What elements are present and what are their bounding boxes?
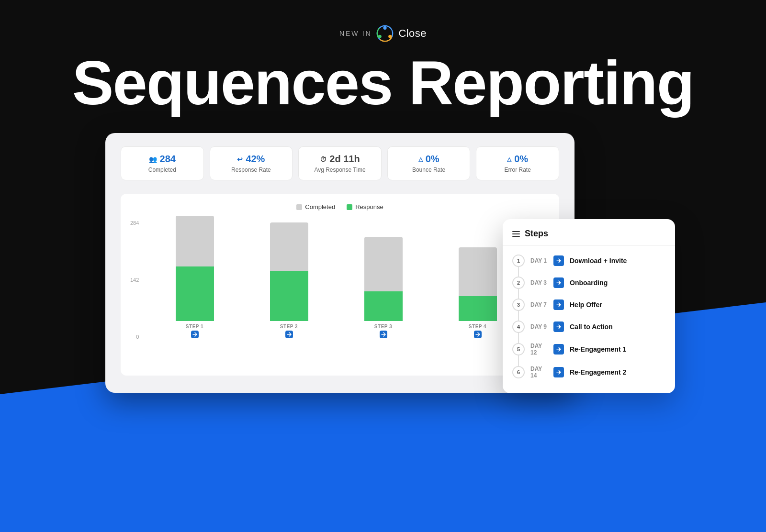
- y-label-142: 142: [130, 277, 139, 283]
- steps-list: 1 DAY 1 Download + Invite 2 DAY 3 Onboar…: [503, 250, 675, 384]
- step-item-2[interactable]: 2 DAY 3 Onboarding: [503, 272, 675, 294]
- bar-gray-1: [176, 216, 214, 266]
- svg-point-4: [389, 35, 392, 38]
- people-icon: 👥: [149, 155, 157, 163]
- legend-response-dot: [347, 204, 352, 210]
- stat-response-value: ↩ 42%: [237, 154, 265, 165]
- bar-step2: STEP 2: [248, 222, 330, 340]
- stat-response-rate: ↩ 42% Response Rate: [210, 146, 293, 180]
- step-name-4: Call to Action: [570, 323, 613, 331]
- top-badge: NEW IN Close: [339, 25, 427, 42]
- step-number-5: 5: [512, 343, 525, 355]
- bar-green-2: [270, 271, 308, 321]
- chart-area: Completed Response 284 142 0: [121, 194, 559, 376]
- stat-error-value: △ 0%: [507, 154, 528, 165]
- svg-point-3: [383, 26, 387, 30]
- step-day-4: DAY 9: [530, 323, 548, 330]
- bar-label-3: STEP 3: [374, 324, 392, 329]
- y-axis: 284 142 0: [130, 220, 143, 340]
- bar-gray-4: [459, 247, 497, 296]
- bar-green-4: [459, 296, 497, 321]
- stat-completed-label: Completed: [148, 166, 176, 173]
- stat-avg-value: ⏱ 2d 11h: [320, 154, 360, 165]
- step-item-5[interactable]: 5 DAY 12 Re-Engagement 1: [503, 338, 675, 361]
- step-number-4: 4: [512, 321, 525, 333]
- step-day-3: DAY 7: [530, 301, 548, 308]
- step-item-4[interactable]: 4 DAY 9 Call to Action: [503, 316, 675, 338]
- bar-step3: STEP 3: [342, 237, 425, 340]
- y-label-0: 0: [136, 334, 139, 340]
- step-day-6: DAY 14: [530, 366, 548, 379]
- steps-title: Steps: [525, 229, 548, 239]
- steps-panel: Steps 1 DAY 1 Download + Invite 2 DAY 3: [503, 219, 675, 393]
- clock-icon: ⏱: [320, 155, 327, 163]
- chart-legend: Completed Response: [130, 203, 550, 211]
- step-name-2: Onboarding: [570, 279, 608, 287]
- step-icon-2: [553, 277, 564, 288]
- stat-bounce-value: △ 0%: [418, 154, 439, 165]
- step-item-3[interactable]: 3 DAY 7 Help Offer: [503, 294, 675, 316]
- stat-avg-label: Avg Response Time: [314, 166, 365, 173]
- chart-inner: 284 142 0 STEP 1: [130, 220, 550, 354]
- legend-completed-dot: [296, 204, 302, 210]
- bar-gray-3: [364, 237, 403, 291]
- step-icon-3: [553, 299, 564, 310]
- dashboard-container: 👥 284 Completed ↩ 42% Response Rate ⏱: [105, 133, 661, 393]
- steps-header: Steps: [503, 229, 675, 246]
- legend-completed: Completed: [296, 203, 335, 211]
- step-day-5: DAY 12: [530, 343, 548, 356]
- step-icon-4: [553, 321, 564, 332]
- bar-stack-1: [176, 216, 214, 321]
- bar-gray-2: [270, 222, 308, 271]
- stat-response-label: Response Rate: [231, 166, 271, 173]
- bar-green-1: [176, 266, 214, 321]
- step-number-3: 3: [512, 299, 525, 311]
- legend-completed-label: Completed: [305, 203, 335, 211]
- step-name-5: Re-Engagement 1: [570, 345, 626, 353]
- stat-bounce: △ 0% Bounce Rate: [387, 146, 471, 180]
- bar-stack-4: [459, 247, 497, 321]
- bar-label-1: STEP 1: [186, 324, 203, 329]
- step-item-1[interactable]: 1 DAY 1 Download + Invite: [503, 250, 675, 272]
- chart-bars: STEP 1: [153, 220, 550, 354]
- stat-error-label: Error Rate: [504, 166, 530, 173]
- stat-completed: 👥 284 Completed: [121, 146, 204, 180]
- legend-response-label: Response: [355, 203, 383, 211]
- svg-point-5: [378, 35, 382, 38]
- stats-row: 👥 284 Completed ↩ 42% Response Rate ⏱: [121, 146, 559, 180]
- stat-completed-value: 👥 284: [149, 154, 176, 165]
- bar-icon-4: [474, 331, 482, 340]
- y-label-284: 284: [130, 220, 139, 226]
- bar-green-3: [364, 291, 403, 321]
- step-icon-1: [553, 255, 564, 266]
- reply-icon: ↩: [237, 155, 243, 163]
- warning-icon: △: [418, 156, 423, 163]
- bar-label-2: STEP 2: [280, 324, 298, 329]
- bar-step1: STEP 1: [153, 216, 236, 340]
- step-day-2: DAY 3: [530, 279, 548, 286]
- content-wrapper: NEW IN Close Sequences Reporting 👥 284: [0, 0, 766, 532]
- new-in-label: NEW IN: [339, 30, 372, 37]
- bar-icon-1: [191, 331, 199, 340]
- step-number-1: 1: [512, 255, 525, 267]
- bar-icon-2: [285, 331, 293, 340]
- stat-error: △ 0% Error Rate: [476, 146, 559, 180]
- hamburger-icon: [512, 231, 520, 237]
- step-number-2: 2: [512, 277, 525, 289]
- step-item-6[interactable]: 6 DAY 14 Re-Engagement 2: [503, 361, 675, 384]
- step-day-1: DAY 1: [530, 257, 548, 264]
- close-wordmark: Close: [398, 27, 426, 40]
- step-name-3: Help Offer: [570, 301, 602, 309]
- page-headline: Sequences Reporting: [72, 52, 694, 114]
- bar-label-4: STEP 4: [469, 324, 486, 329]
- bar-icon-3: [380, 331, 387, 340]
- step-number-6: 6: [512, 366, 525, 378]
- bar-stack-3: [364, 237, 403, 321]
- stat-avg-time: ⏱ 2d 11h Avg Response Time: [298, 146, 382, 180]
- close-logo-icon: [376, 25, 394, 42]
- warning2-icon: △: [507, 156, 511, 163]
- bar-stack-2: [270, 222, 308, 321]
- stat-bounce-label: Bounce Rate: [412, 166, 445, 173]
- step-name-1: Download + Invite: [570, 257, 627, 265]
- legend-response: Response: [347, 203, 383, 211]
